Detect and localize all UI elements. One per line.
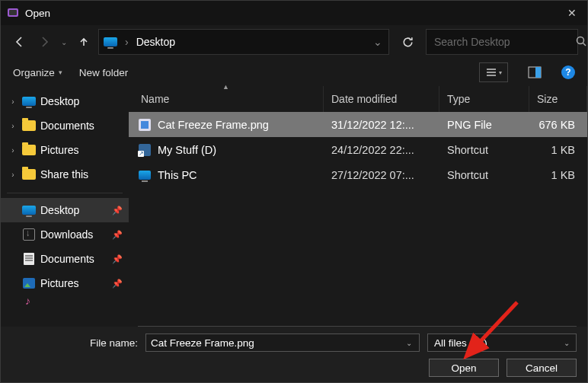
file-date: 27/12/2022 07:... — [324, 169, 439, 181]
new-folder-button[interactable]: New folder — [79, 67, 129, 78]
folder-icon — [22, 94, 36, 108]
filename-dropdown[interactable]: ⌄ — [404, 339, 414, 347]
back-button[interactable] — [10, 31, 30, 53]
file-row[interactable]: This PC27/12/2022 07:...Shortcut1 KB — [129, 162, 587, 187]
cancel-button[interactable]: Cancel — [507, 359, 577, 377]
pin-icon: 📌 — [112, 254, 123, 264]
toolbar: Organize ▾ New folder ▾ ? — [1, 59, 587, 86]
forward-button[interactable] — [34, 31, 54, 53]
file-size: 1 KB — [529, 144, 587, 156]
address-dropdown[interactable]: ⌄ — [372, 33, 384, 51]
filename-input[interactable] — [151, 337, 404, 349]
file-name: My Stuff (D) — [158, 144, 216, 156]
chevron-right-icon[interactable]: › — [8, 122, 18, 130]
search-input[interactable] — [434, 36, 567, 48]
tree-item-label: Downloads — [40, 228, 93, 241]
file-icon — [138, 143, 152, 157]
address-location: Desktop — [136, 36, 175, 48]
column-date[interactable]: Date modified — [324, 86, 439, 112]
tree-item-pictures[interactable]: ›Pictures — [1, 138, 129, 162]
refresh-button[interactable] — [394, 29, 421, 55]
help-button[interactable]: ? — [561, 65, 575, 79]
file-name: Cat Freeze Frame.png — [158, 119, 269, 131]
quick-item-desktop[interactable]: Desktop📌 — [1, 198, 129, 222]
nav-row: ⌄ › Desktop ⌄ — [1, 25, 587, 59]
folder-icon — [22, 168, 36, 181]
address-bar[interactable]: › Desktop ⌄ — [98, 29, 389, 55]
search-icon[interactable] — [575, 35, 587, 49]
tree-item-documents[interactable]: ›Documents — [1, 113, 129, 138]
tree-item-desktop[interactable]: ›Desktop — [1, 89, 129, 113]
filetype-filter-label: All files (*.*) — [434, 337, 564, 349]
pin-icon: 📌 — [112, 279, 123, 289]
chevron-down-icon: ▾ — [59, 69, 62, 76]
file-type: PNG File — [439, 119, 529, 131]
organize-label: Organize — [13, 67, 55, 78]
file-size: 1 KB — [529, 169, 587, 181]
quick-item-documents[interactable]: Documents📌 — [1, 247, 129, 271]
file-name: This PC — [158, 169, 197, 181]
quick-item-music[interactable]: ♪ — [1, 295, 129, 306]
quick-item-downloads[interactable]: Downloads📌 — [1, 222, 129, 247]
folder-icon — [22, 143, 36, 157]
tree-item-label: Desktop — [40, 204, 79, 216]
sort-indicator-icon: ▲ — [222, 83, 229, 91]
open-button[interactable]: Open — [429, 359, 499, 377]
chevron-right-icon[interactable]: › — [8, 97, 18, 106]
view-mode-button[interactable]: ▾ — [479, 62, 508, 82]
tree-item-label: Desktop — [40, 95, 79, 107]
filename-label: File name: — [11, 337, 138, 349]
titlebar: Open ✕ — [1, 1, 587, 25]
tree-item-label: Documents — [40, 120, 94, 132]
file-list: Cat Freeze Frame.png31/12/2022 12:...PNG… — [129, 112, 587, 327]
chevron-right-icon[interactable]: › — [8, 146, 18, 155]
pin-icon: 📌 — [112, 230, 123, 240]
bottom-panel: File name: ⌄ All files (*.*) ⌄ Open Canc… — [1, 327, 587, 382]
svg-point-2 — [577, 37, 584, 43]
sidebar: ›Desktop›Documents›Pictures›Share this D… — [1, 86, 129, 327]
folder-icon — [22, 228, 36, 241]
folder-icon — [22, 252, 36, 266]
folder-icon — [22, 203, 36, 217]
tree-item-label: Share this — [40, 168, 88, 180]
tree-item-label: Pictures — [40, 277, 79, 289]
search-box[interactable] — [426, 29, 578, 55]
window-title: Open — [25, 8, 563, 19]
recent-locations-dropdown[interactable]: ⌄ — [59, 38, 69, 46]
pin-icon: 📌 — [112, 206, 123, 215]
column-headers: ▲ Name Date modified Type Size — [129, 86, 587, 112]
list-divider — [138, 326, 577, 327]
close-button[interactable]: ✕ — [563, 7, 581, 19]
quick-item-pictures[interactable]: Pictures📌 — [1, 271, 129, 295]
file-icon — [138, 118, 152, 132]
app-icon — [7, 7, 19, 19]
chevron-right-icon[interactable]: › — [123, 33, 130, 51]
folder-icon — [22, 119, 36, 132]
svg-rect-1 — [9, 10, 17, 15]
music-icon: ♪ — [22, 295, 34, 306]
svg-rect-8 — [535, 67, 541, 78]
file-type: Shortcut — [439, 169, 529, 181]
organize-button[interactable]: Organize ▾ — [13, 67, 62, 78]
column-size[interactable]: Size — [529, 86, 587, 112]
file-date: 31/12/2022 12:... — [324, 119, 439, 131]
up-button[interactable] — [74, 31, 94, 53]
filename-field[interactable]: ⌄ — [145, 334, 420, 352]
file-row[interactable]: Cat Freeze Frame.png31/12/2022 12:...PNG… — [129, 112, 587, 137]
filetype-filter[interactable]: All files (*.*) ⌄ — [427, 334, 577, 352]
file-row[interactable]: My Stuff (D)24/12/2022 22:...Shortcut1 K… — [129, 137, 587, 162]
column-name-label: Name — [141, 93, 169, 105]
file-date: 24/12/2022 22:... — [324, 144, 439, 156]
tree-item-share-this[interactable]: ›Share this — [1, 162, 129, 187]
preview-pane-button[interactable] — [525, 62, 545, 82]
tree-item-label: Documents — [40, 253, 94, 265]
chevron-right-icon[interactable]: › — [8, 171, 18, 179]
file-icon — [138, 168, 152, 182]
file-type: Shortcut — [439, 144, 529, 156]
file-pane: ▲ Name Date modified Type Size Cat Freez… — [129, 86, 587, 327]
column-type[interactable]: Type — [439, 86, 529, 112]
tree-item-label: Pictures — [40, 144, 79, 156]
column-name[interactable]: ▲ Name — [129, 86, 324, 112]
file-size: 676 KB — [529, 119, 587, 131]
desktop-icon — [104, 35, 117, 49]
